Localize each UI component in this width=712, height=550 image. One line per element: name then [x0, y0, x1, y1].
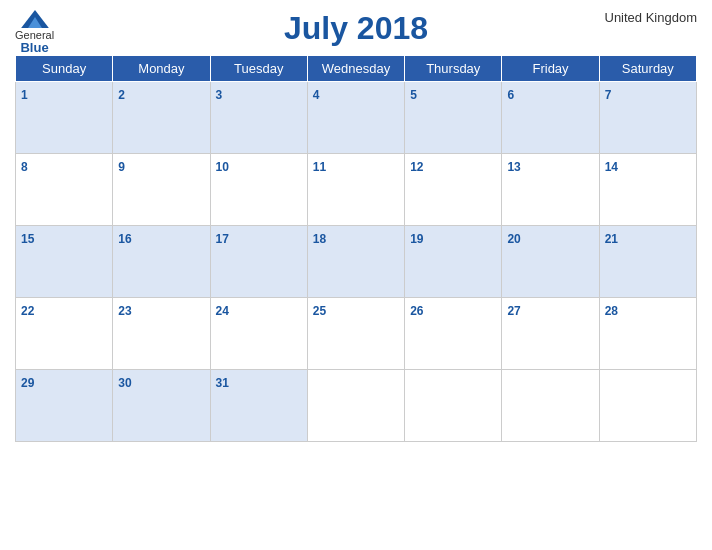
header-monday: Monday	[113, 56, 210, 82]
day-number: 29	[21, 376, 34, 390]
country-label: United Kingdom	[605, 10, 698, 25]
day-number: 24	[216, 304, 229, 318]
day-number: 12	[410, 160, 423, 174]
calendar-cell: 23	[113, 298, 210, 370]
day-number: 22	[21, 304, 34, 318]
week-row-3: 15161718192021	[16, 226, 697, 298]
calendar-cell: 22	[16, 298, 113, 370]
day-number: 15	[21, 232, 34, 246]
calendar-cell: 6	[502, 82, 599, 154]
week-row-1: 1234567	[16, 82, 697, 154]
calendar-cell	[599, 370, 696, 442]
calendar-cell: 5	[405, 82, 502, 154]
day-number: 7	[605, 88, 612, 102]
day-number: 20	[507, 232, 520, 246]
calendar-cell	[307, 370, 404, 442]
day-number: 5	[410, 88, 417, 102]
calendar-cell: 28	[599, 298, 696, 370]
day-number: 10	[216, 160, 229, 174]
calendar-cell: 24	[210, 298, 307, 370]
calendar-cell	[405, 370, 502, 442]
header-friday: Friday	[502, 56, 599, 82]
header-saturday: Saturday	[599, 56, 696, 82]
day-number: 6	[507, 88, 514, 102]
calendar-cell: 19	[405, 226, 502, 298]
calendar-cell: 29	[16, 370, 113, 442]
logo: General Blue	[15, 10, 54, 55]
day-number: 1	[21, 88, 28, 102]
calendar-cell: 8	[16, 154, 113, 226]
day-number: 3	[216, 88, 223, 102]
calendar-cell: 21	[599, 226, 696, 298]
day-number: 8	[21, 160, 28, 174]
day-number: 17	[216, 232, 229, 246]
calendar-cell: 10	[210, 154, 307, 226]
day-number: 31	[216, 376, 229, 390]
calendar-cell: 1	[16, 82, 113, 154]
day-number: 16	[118, 232, 131, 246]
day-number: 11	[313, 160, 326, 174]
calendar-cell: 7	[599, 82, 696, 154]
calendar-cell: 14	[599, 154, 696, 226]
header-tuesday: Tuesday	[210, 56, 307, 82]
header-sunday: Sunday	[16, 56, 113, 82]
day-number: 14	[605, 160, 618, 174]
logo-blue-text: Blue	[20, 41, 48, 55]
header-wednesday: Wednesday	[307, 56, 404, 82]
calendar-cell: 17	[210, 226, 307, 298]
day-number: 21	[605, 232, 618, 246]
calendar-cell: 2	[113, 82, 210, 154]
calendar-wrapper: General Blue July 2018 United Kingdom Su…	[0, 0, 712, 550]
calendar-cell: 4	[307, 82, 404, 154]
week-row-4: 22232425262728	[16, 298, 697, 370]
calendar-cell: 11	[307, 154, 404, 226]
day-number: 2	[118, 88, 125, 102]
day-number: 9	[118, 160, 125, 174]
week-row-5: 293031	[16, 370, 697, 442]
calendar-cell: 16	[113, 226, 210, 298]
calendar-cell: 27	[502, 298, 599, 370]
week-row-2: 891011121314	[16, 154, 697, 226]
day-number: 4	[313, 88, 320, 102]
day-number: 26	[410, 304, 423, 318]
day-number: 30	[118, 376, 131, 390]
calendar-cell: 31	[210, 370, 307, 442]
calendar-table: Sunday Monday Tuesday Wednesday Thursday…	[15, 55, 697, 442]
calendar-cell: 18	[307, 226, 404, 298]
calendar-cell: 25	[307, 298, 404, 370]
month-title: July 2018	[284, 10, 428, 47]
day-number: 27	[507, 304, 520, 318]
day-number: 13	[507, 160, 520, 174]
calendar-cell: 15	[16, 226, 113, 298]
calendar-cell: 12	[405, 154, 502, 226]
calendar-cell: 20	[502, 226, 599, 298]
calendar-cell: 9	[113, 154, 210, 226]
day-number: 19	[410, 232, 423, 246]
day-number: 28	[605, 304, 618, 318]
logo-icon	[21, 10, 49, 28]
calendar-cell: 3	[210, 82, 307, 154]
weekday-header-row: Sunday Monday Tuesday Wednesday Thursday…	[16, 56, 697, 82]
day-number: 18	[313, 232, 326, 246]
calendar-cell: 30	[113, 370, 210, 442]
calendar-cell: 26	[405, 298, 502, 370]
calendar-cell	[502, 370, 599, 442]
header-thursday: Thursday	[405, 56, 502, 82]
calendar-header: General Blue July 2018 United Kingdom	[15, 10, 697, 47]
day-number: 25	[313, 304, 326, 318]
calendar-cell: 13	[502, 154, 599, 226]
day-number: 23	[118, 304, 131, 318]
